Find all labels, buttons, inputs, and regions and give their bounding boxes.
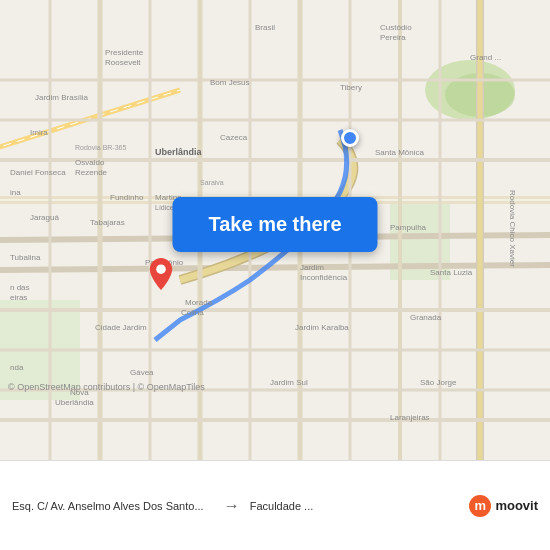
svg-text:Inconfidência: Inconfidência [300, 273, 348, 282]
route-info: Esq. C/ Av. Anselmo Alves Dos Santo... →… [12, 495, 538, 517]
svg-text:ina: ina [10, 188, 21, 197]
map-attribution: © OpenStreetMap contributors | © OpenMap… [8, 382, 205, 392]
svg-text:Jardim Karalba: Jardim Karalba [295, 323, 349, 332]
svg-text:nda: nda [10, 363, 24, 372]
svg-text:Pereira: Pereira [380, 33, 406, 42]
svg-text:São Jorge: São Jorge [420, 378, 457, 387]
svg-text:Colina: Colina [181, 308, 204, 317]
svg-text:Bom Jesus: Bom Jesus [210, 78, 250, 87]
svg-text:Rodovia BR-365: Rodovia BR-365 [75, 144, 126, 151]
svg-text:Cazeca: Cazeca [220, 133, 248, 142]
to-stop-label: Faculdade ... [250, 500, 452, 512]
svg-text:Granada: Granada [410, 313, 442, 322]
svg-text:Saraiva: Saraiva [200, 179, 224, 186]
svg-text:Rodovia Chico Xavier: Rodovia Chico Xavier [508, 190, 517, 267]
svg-text:Daniel Fonseca: Daniel Fonseca [10, 168, 66, 177]
svg-text:Imira: Imira [30, 128, 48, 137]
svg-text:eiras: eiras [10, 293, 27, 302]
arrow-icon: → [224, 497, 240, 515]
svg-text:Tabajaras: Tabajaras [90, 218, 125, 227]
svg-text:Grand ...: Grand ... [470, 53, 501, 62]
svg-text:Jardim Brasília: Jardim Brasília [35, 93, 88, 102]
moovit-brand-text: moovit [495, 498, 538, 513]
take-me-there-button[interactable]: Take me there [172, 197, 377, 252]
svg-text:Jaraguá: Jaraguá [30, 213, 59, 222]
moovit-logo: m moovit [469, 495, 538, 517]
destination-marker [149, 258, 173, 290]
svg-point-74 [156, 264, 166, 274]
svg-text:Presidente: Presidente [105, 48, 144, 57]
svg-text:Laranjeiras: Laranjeiras [390, 413, 430, 422]
svg-text:Jardim Sul: Jardim Sul [270, 378, 308, 387]
svg-text:Uberlândia: Uberlândia [155, 147, 203, 157]
svg-text:Jardim: Jardim [300, 263, 324, 272]
svg-text:Lídice: Lídice [155, 204, 174, 211]
svg-text:Tibery: Tibery [340, 83, 362, 92]
svg-text:Brasil: Brasil [255, 23, 275, 32]
from-stop-label: Esq. C/ Av. Anselmo Alves Dos Santo... [12, 500, 214, 512]
svg-text:Santa Luzia: Santa Luzia [430, 268, 473, 277]
svg-text:Roosevelt: Roosevelt [105, 58, 141, 67]
svg-text:Osvaldo: Osvaldo [75, 158, 105, 167]
svg-text:Gávea: Gávea [130, 368, 154, 377]
svg-text:Santa Mônica: Santa Mônica [375, 148, 424, 157]
svg-text:n das: n das [10, 283, 30, 292]
footer: Esq. C/ Av. Anselmo Alves Dos Santo... →… [0, 460, 550, 550]
map-container: Jardim Brasília Presidente Roosevelt Bra… [0, 0, 550, 460]
svg-text:Morada: Morada [185, 298, 213, 307]
svg-text:Uberlândia: Uberlândia [55, 398, 94, 407]
svg-text:Custódio: Custódio [380, 23, 412, 32]
svg-text:Tubalina: Tubalina [10, 253, 41, 262]
svg-text:Rezende: Rezende [75, 168, 108, 177]
svg-text:Pampulha: Pampulha [390, 223, 427, 232]
svg-text:Cidade Jardim: Cidade Jardim [95, 323, 147, 332]
origin-marker [341, 129, 359, 147]
svg-text:Fundinho: Fundinho [110, 193, 144, 202]
moovit-m-icon: m [469, 495, 491, 517]
